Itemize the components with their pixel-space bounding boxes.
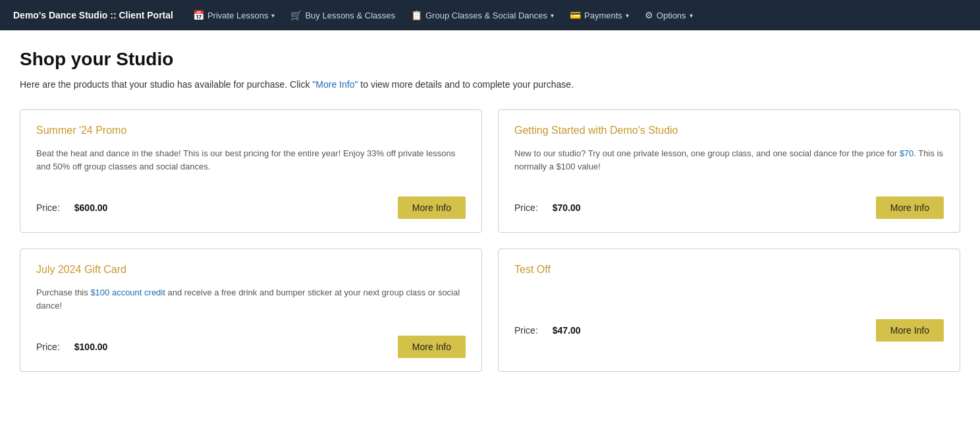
nav-options[interactable]: ⚙ Options ▾ bbox=[638, 6, 699, 24]
nav-private-lessons[interactable]: 📅 Private Lessons ▾ bbox=[186, 6, 282, 24]
product-footer-gift-card: Price: $100.00 More Info bbox=[36, 336, 466, 358]
product-card-gift-card: July 2024 Gift Card Purchase this $100 a… bbox=[20, 249, 482, 372]
list-icon: 📋 bbox=[411, 10, 422, 20]
price-value-gift-card: $100.00 bbox=[74, 342, 387, 352]
more-info-button-test-off[interactable]: More Info bbox=[876, 319, 944, 342]
product-title-getting-started: Getting Started with Demo's Studio bbox=[514, 125, 944, 136]
chevron-down-icon-4: ▾ bbox=[690, 12, 693, 19]
price-value-getting-started: $70.00 bbox=[553, 202, 865, 213]
product-title-gift-card: July 2024 Gift Card bbox=[36, 264, 466, 276]
product-card-test-off: Test Off Price: $47.00 More Info bbox=[498, 249, 960, 372]
more-info-button-summer-promo[interactable]: More Info bbox=[398, 196, 466, 219]
more-info-button-getting-started[interactable]: More Info bbox=[876, 196, 944, 219]
product-description-test-off bbox=[514, 286, 944, 306]
product-description-gift-card: Purchase this $100 account credit and re… bbox=[36, 286, 466, 322]
chevron-down-icon: ▾ bbox=[271, 12, 275, 19]
nav-buy-lessons-label: Buy Lessons & Classes bbox=[305, 11, 395, 20]
gear-icon: ⚙ bbox=[645, 10, 653, 20]
main-nav: Demo's Dance Studio :: Client Portal 📅 P… bbox=[0, 0, 980, 30]
page-title: Shop your Studio bbox=[20, 49, 960, 70]
main-content: Shop your Studio Here are the products t… bbox=[0, 30, 980, 398]
product-footer-getting-started: Price: $70.00 More Info bbox=[514, 196, 944, 219]
nav-brand: Demo's Dance Studio :: Client Portal bbox=[13, 10, 173, 20]
product-title-test-off: Test Off bbox=[514, 264, 944, 276]
price-label-summer-promo: Price: bbox=[36, 202, 60, 213]
product-description-summer-promo: Beat the heat and dance in the shade! Th… bbox=[36, 147, 466, 183]
nav-buy-lessons[interactable]: 🛒 Buy Lessons & Classes bbox=[284, 6, 402, 24]
product-card-getting-started: Getting Started with Demo's Studio New t… bbox=[498, 109, 960, 233]
product-grid: Summer '24 Promo Beat the heat and dance… bbox=[20, 109, 960, 372]
more-info-button-gift-card[interactable]: More Info bbox=[398, 336, 466, 358]
price-label-getting-started: Price: bbox=[514, 202, 538, 213]
page-description: Here are the products that your studio h… bbox=[20, 79, 960, 90]
calendar-icon: 📅 bbox=[193, 10, 204, 20]
description-plain: Here are the products that your studio h… bbox=[20, 79, 312, 90]
nav-payments[interactable]: 💳 Payments ▾ bbox=[563, 6, 636, 24]
description-end: to view more details and to complete you… bbox=[358, 79, 574, 90]
chevron-down-icon-2: ▾ bbox=[551, 12, 554, 19]
payments-icon: 💳 bbox=[570, 10, 581, 20]
nav-group-classes[interactable]: 📋 Group Classes & Social Dances ▾ bbox=[404, 6, 560, 24]
cart-icon: 🛒 bbox=[290, 10, 302, 20]
product-card-summer-promo: Summer '24 Promo Beat the heat and dance… bbox=[20, 109, 482, 233]
nav-payments-label: Payments bbox=[584, 11, 622, 20]
product-title-summer-promo: Summer '24 Promo bbox=[36, 125, 466, 136]
price-value-test-off: $47.00 bbox=[553, 325, 865, 336]
price-label-test-off: Price: bbox=[514, 325, 538, 336]
product-footer-summer-promo: Price: $600.00 More Info bbox=[36, 196, 466, 219]
description-link: "More Info" bbox=[312, 79, 358, 90]
chevron-down-icon-3: ▾ bbox=[626, 12, 629, 19]
nav-group-classes-label: Group Classes & Social Dances bbox=[425, 11, 547, 20]
price-value-summer-promo: $600.00 bbox=[74, 202, 387, 213]
product-footer-test-off: Price: $47.00 More Info bbox=[514, 319, 944, 342]
product-description-getting-started: New to our studio? Try out one private l… bbox=[514, 147, 944, 183]
nav-private-lessons-label: Private Lessons bbox=[207, 11, 269, 20]
price-label-gift-card: Price: bbox=[36, 342, 60, 352]
nav-options-label: Options bbox=[657, 11, 686, 20]
